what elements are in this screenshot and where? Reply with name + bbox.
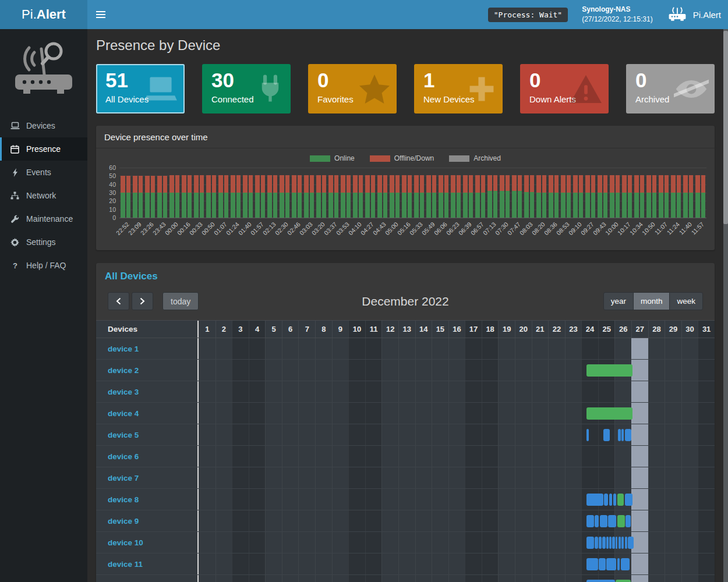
- device-link-device-4[interactable]: device 4: [108, 409, 139, 418]
- day-cell: [199, 575, 215, 582]
- device-link-device-3[interactable]: device 3: [108, 388, 139, 396]
- presence-event-blue[interactable]: [602, 537, 606, 549]
- presence-event-blue[interactable]: [625, 429, 631, 441]
- info-box-favorites[interactable]: 0Favorites: [308, 64, 397, 113]
- day-cell: [332, 489, 349, 510]
- presence-event-blue[interactable]: [617, 558, 620, 570]
- presence-event-blue[interactable]: [586, 429, 589, 441]
- device-link-device-6[interactable]: device 6: [108, 452, 139, 461]
- chart-bar-group: [315, 168, 327, 218]
- vertical-scrollbar[interactable]: [723, 29, 728, 582]
- presence-event-green[interactable]: [617, 494, 624, 506]
- presence-event-green[interactable]: [616, 580, 631, 582]
- presence-event-blue[interactable]: [586, 558, 598, 570]
- presence-event-green[interactable]: [586, 364, 632, 377]
- chart-bar-group: [156, 168, 168, 218]
- presence-event-blue[interactable]: [625, 515, 631, 527]
- navbar-brand-right[interactable]: Pi.Alert: [667, 6, 721, 24]
- device-link-device-7[interactable]: device 7: [108, 474, 139, 482]
- presence-event-blue[interactable]: [612, 537, 614, 549]
- sidebar-item-help-faq[interactable]: ?Help / FAQ: [0, 254, 87, 277]
- device-link-device-10[interactable]: device 10: [108, 538, 143, 547]
- day-cell: [482, 403, 499, 424]
- sidebar-item-events[interactable]: Events: [0, 161, 87, 184]
- presence-event-blue[interactable]: [595, 515, 599, 527]
- sidebar-item-presence[interactable]: Presence: [0, 137, 87, 161]
- day-cell: [498, 403, 515, 424]
- calendar-prev-button[interactable]: [108, 292, 129, 310]
- x-tick-label: 10:00: [604, 221, 620, 236]
- presence-event-blue[interactable]: [621, 537, 624, 549]
- day-header-11: 11: [365, 321, 382, 338]
- calendar-next-button[interactable]: [132, 292, 153, 310]
- presence-event-blue[interactable]: [595, 537, 598, 549]
- info-box-new-devices[interactable]: 1New Devices: [414, 64, 503, 113]
- presence-event-blue[interactable]: [628, 537, 634, 549]
- day-cell: [315, 510, 332, 531]
- day-cell: [398, 467, 415, 488]
- sidebar-toggle-button[interactable]: [87, 0, 114, 29]
- y-tick-label: 60: [109, 164, 116, 171]
- presence-event-green[interactable]: [586, 407, 632, 420]
- presence-event-blue[interactable]: [586, 515, 594, 527]
- info-box-all-devices[interactable]: 51All Devices: [96, 64, 185, 113]
- day-cell: [482, 381, 499, 402]
- presence-event-blue[interactable]: [600, 515, 607, 527]
- presence-event-blue[interactable]: [609, 494, 613, 506]
- presence-event-blue[interactable]: [586, 537, 594, 549]
- day-cell: [315, 338, 332, 359]
- sidebar-item-network[interactable]: Network: [0, 184, 87, 207]
- info-box-archived[interactable]: 0Archived: [626, 64, 715, 113]
- presence-event-blue[interactable]: [606, 537, 608, 549]
- day-cell: [532, 532, 549, 553]
- sidebar-item-devices[interactable]: Devices: [0, 114, 87, 137]
- device-link-device-5[interactable]: device 5: [108, 431, 139, 439]
- presence-event-blue[interactable]: [625, 537, 627, 549]
- presence-event-blue[interactable]: [613, 494, 617, 506]
- presence-event-blue[interactable]: [609, 537, 612, 549]
- plug-icon: [256, 74, 285, 104]
- presence-event-blue[interactable]: [599, 537, 601, 549]
- presence-event-blue[interactable]: [606, 558, 616, 570]
- presence-event-blue[interactable]: [586, 494, 603, 506]
- presence-event-green[interactable]: [617, 515, 625, 527]
- day-cell: [199, 381, 215, 402]
- day-header-10: 10: [348, 321, 365, 338]
- laptop-big-icon: [143, 74, 179, 104]
- presence-event-blue[interactable]: [586, 580, 615, 582]
- calendar-view-month-button[interactable]: month: [633, 292, 670, 310]
- device-link-device-1[interactable]: device 1: [108, 345, 139, 353]
- presence-event-blue[interactable]: [621, 558, 630, 570]
- device-link-device-11[interactable]: device 11: [108, 560, 143, 569]
- calendar-view-year-button[interactable]: year: [603, 292, 634, 310]
- presence-event-blue[interactable]: [603, 429, 610, 441]
- day-cell: [432, 446, 448, 467]
- presence-event-blue[interactable]: [618, 429, 620, 441]
- bolt-icon: [10, 168, 20, 177]
- day-cell: [298, 553, 315, 574]
- sidebar-item-maintenance[interactable]: Maintenance: [0, 207, 87, 230]
- presence-event-blue[interactable]: [625, 494, 632, 506]
- calendar-view-week-button[interactable]: week: [669, 292, 703, 310]
- device-link-device-2[interactable]: device 2: [108, 366, 139, 375]
- presence-event-blue[interactable]: [621, 429, 624, 441]
- device-link-device-8[interactable]: device 8: [108, 495, 139, 504]
- app-logo[interactable]: Pi.Alert: [0, 0, 87, 29]
- presence-event-blue[interactable]: [599, 558, 605, 570]
- presence-event-blue[interactable]: [616, 537, 617, 549]
- presence-event-blue[interactable]: [604, 494, 608, 506]
- presence-event-blue[interactable]: [608, 515, 616, 527]
- x-tick-label: 10:34: [628, 221, 644, 236]
- info-box-connected[interactable]: 30Connected: [202, 64, 291, 113]
- scrollbar-thumb[interactable]: [723, 31, 728, 224]
- day-cell: [532, 424, 549, 445]
- info-box-down-alerts[interactable]: 0Down Alerts: [520, 64, 609, 113]
- device-link-device-9[interactable]: device 9: [108, 517, 139, 526]
- presence-event-blue[interactable]: [619, 537, 621, 549]
- calendar-today-button[interactable]: today: [162, 292, 199, 310]
- device-row: device 5: [96, 424, 715, 446]
- day-cell: [232, 553, 249, 574]
- sidebar-item-settings[interactable]: Settings: [0, 230, 87, 254]
- day-cell: [332, 553, 349, 574]
- day-header-5: 5: [265, 321, 282, 338]
